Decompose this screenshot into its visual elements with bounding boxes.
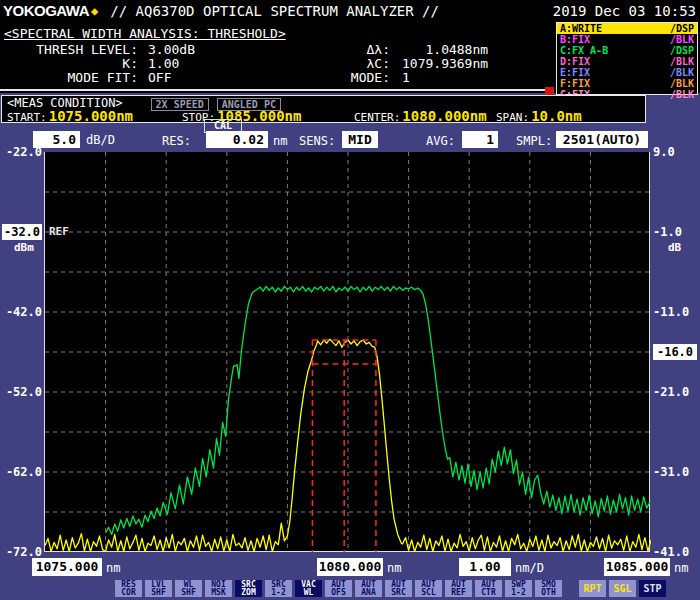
- osa-screen: YOKOGAWA ◆ // AQ6370D OPTICAL SPECTRUM A…: [0, 0, 700, 600]
- start-value: 1075.000nm: [49, 108, 133, 124]
- res-value-box[interactable]: 0.02: [206, 131, 268, 148]
- avg-value-box[interactable]: 1: [462, 131, 498, 148]
- softkey-swp-1-2[interactable]: SWP1-2: [505, 580, 532, 597]
- analysis-row: K:1.00λC:1079.9369nm: [4, 57, 554, 70]
- softkey-line2: WL: [304, 589, 314, 597]
- legend-trace-label: B:FIX: [560, 34, 590, 45]
- legend-mode-label: /BLK: [670, 78, 694, 89]
- softkey-aut-src[interactable]: AUTSRC: [385, 580, 412, 597]
- res-unit: nm: [273, 134, 287, 148]
- legend-item-e: E:FIX/BLK: [557, 67, 697, 78]
- legend-mode-label: /DSP: [670, 45, 694, 56]
- softkey-res-cor[interactable]: RESCOR: [115, 580, 142, 597]
- analysis-value: OFF: [138, 71, 290, 84]
- avg-label: AVG:: [426, 134, 455, 148]
- softkey-line2: REF: [451, 589, 465, 597]
- analysis-row: THRESH LEVEL:3.00dBΔλ: 1.0488nm: [4, 43, 554, 56]
- res-label: RES:: [162, 134, 191, 148]
- plot-canvas: [45, 152, 651, 552]
- smpl-label: SMPL:: [516, 134, 552, 148]
- softkey-aut-ctr[interactable]: AUTCTR: [475, 580, 502, 597]
- sens-label: SENS:: [299, 134, 335, 148]
- analysis-row: MODE FIT:OFFMODE:1: [4, 71, 554, 84]
- y-axis-left-label: -32.0: [2, 224, 42, 240]
- legend-mode-label: /BLK: [670, 89, 694, 100]
- softkey-line2: COR: [121, 589, 135, 597]
- softkey-line2: OTH: [541, 589, 555, 597]
- softkey-line2: 1-2: [271, 589, 285, 597]
- y-axis-left-label: -52.0: [2, 384, 42, 400]
- softkey-line2: OFS: [331, 589, 345, 597]
- spectrum-plot: [44, 152, 650, 552]
- softkey-line2: ANA: [361, 589, 375, 597]
- softkey-src-zom[interactable]: SRCZOM: [235, 580, 262, 597]
- softkey-aut-ana[interactable]: AUTANA: [355, 580, 382, 597]
- legend-mode-label: /BLK: [670, 34, 694, 45]
- ref-level-label: REF: [49, 225, 69, 239]
- softkey-line2: SHF: [181, 589, 195, 597]
- legend-mode-label: /DSP: [670, 23, 694, 34]
- softkey-line2: SHF: [151, 589, 165, 597]
- legend-item-d: D:FIX/BLK: [557, 56, 697, 67]
- softkey-line2: SRC: [391, 589, 405, 597]
- y-axis-left-unit: dBm: [14, 242, 34, 254]
- legend-trace-label: D:FIX: [560, 56, 590, 67]
- sens-value-box[interactable]: MID: [342, 131, 378, 148]
- sweep-key-rpt[interactable]: RPT: [579, 580, 606, 597]
- softkey-line2: ZOM: [241, 589, 255, 597]
- span-label: SPAN:: [496, 111, 529, 124]
- title-bar: YOKOGAWA ◆ // AQ6370D OPTICAL SPECTRUM A…: [0, 0, 700, 21]
- scale-start-unit: nm: [106, 561, 120, 575]
- scale-center-unit: nm: [387, 561, 401, 575]
- legend-mode-label: /BLK: [670, 67, 694, 78]
- softkey-line2: MSK: [211, 589, 225, 597]
- analysis-value: 1.00: [138, 57, 290, 70]
- softkey-lvl-shf[interactable]: LVLSHF: [145, 580, 172, 597]
- sweep-key-stp[interactable]: STP: [639, 580, 666, 597]
- analysis-value: 3.00dB: [138, 43, 290, 56]
- center-value: 1080.000nm: [402, 108, 486, 124]
- trace-c: [106, 286, 650, 534]
- legend-item-f: F:FIX/BLK: [557, 78, 697, 89]
- legend-trace-label: A:WRITE: [560, 23, 602, 34]
- trace-legend: A:WRITE/DSPB:FIX/BLKC:FX A-B/DSPD:FIX/BL…: [556, 22, 698, 95]
- analysis-label: K:: [4, 57, 138, 70]
- softkey-src-1-2[interactable]: SRC1-2: [265, 580, 292, 597]
- legend-item-b: B:FIX/BLK: [557, 34, 697, 45]
- softkey-line2: SCL: [421, 589, 435, 597]
- softkey-aut-ref[interactable]: AUTREF: [445, 580, 472, 597]
- analysis-header: <SPECTRAL WIDTH ANALYSIS: THRESHOLD>: [4, 26, 286, 41]
- yokogawa-diamond-icon: ◆: [91, 4, 98, 18]
- softkey-vac-wl[interactable]: VACWL: [295, 580, 322, 597]
- softkey-smo-oth[interactable]: SMOOTH: [535, 580, 562, 597]
- center-label: CENTER:: [354, 111, 400, 124]
- softkey-wl-shf[interactable]: WLSHF: [175, 580, 202, 597]
- softkey-aut-ofs[interactable]: AUTOFS: [325, 580, 352, 597]
- center-wavelength: CENTER: 1080.000nm: [354, 108, 487, 122]
- softkey-noi-msk[interactable]: NOIMSK: [205, 580, 232, 597]
- smpl-value-box[interactable]: 2501(AUTO): [556, 131, 648, 148]
- legend-trace-label: C:FX A-B: [560, 45, 608, 56]
- datetime: 2019 Dec 03 10:53: [553, 3, 696, 19]
- legend-trace-label: F:FIX: [560, 78, 590, 89]
- span-value: 10.0nm: [531, 108, 582, 124]
- y-axis-left-label: -42.0: [2, 304, 42, 320]
- analysis-rows: THRESH LEVEL:3.00dBΔλ: 1.0488nmK:1.00λC:…: [4, 43, 554, 84]
- y-axis-right-label: -16.0: [653, 344, 697, 360]
- softkey-line2: CTR: [481, 589, 495, 597]
- y-axis-right-label: -31.0: [653, 464, 699, 480]
- start-wavelength: START: 1075.000nm: [7, 108, 133, 122]
- sweep-key-sgl[interactable]: SGL: [609, 580, 636, 597]
- scale-perdiv-unit: nm/D: [515, 561, 544, 575]
- y-axis-left-label: -62.0: [2, 464, 42, 480]
- scale-stop-unit: nm: [674, 561, 688, 575]
- yokogawa-logo: YOKOGAWA: [3, 2, 89, 19]
- analysis-label: λC:: [290, 57, 390, 70]
- legend-item-a: A:WRITE/DSP: [557, 23, 697, 34]
- analysis-value: 1079.9369nm: [390, 57, 488, 70]
- start-label: START:: [7, 111, 47, 124]
- analysis-value: 1: [390, 71, 410, 84]
- span-setting: SPAN: 10.0nm: [496, 108, 582, 122]
- analysis-label: Δλ:: [290, 43, 390, 56]
- softkey-aut-scl[interactable]: AUTSCL: [415, 580, 442, 597]
